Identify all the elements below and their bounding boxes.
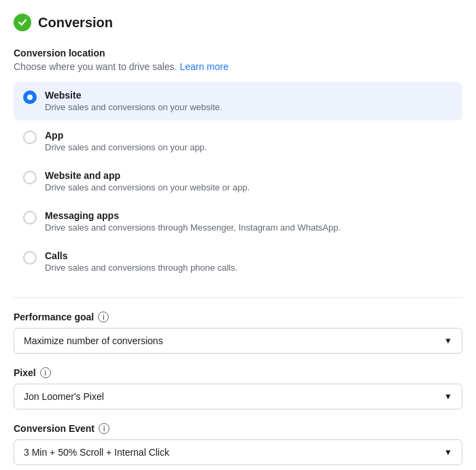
radio-button-app bbox=[23, 131, 37, 144]
performance-goal-label: Performance goal bbox=[14, 312, 94, 322]
conversion-event-arrow-icon: ▼ bbox=[444, 448, 452, 457]
radio-content-website-and-app: Website and app Drive sales and conversi… bbox=[45, 170, 250, 192]
radio-content-app: App Drive sales and conversions on your … bbox=[45, 130, 207, 152]
conversion-location-subtitle: Choose where you want to drive sales. Le… bbox=[14, 61, 462, 72]
conversion-event-section: Conversion Event i 3 Min + 50% Scroll + … bbox=[14, 423, 462, 465]
conversion-location-options: Website Drive sales and conversions on y… bbox=[14, 82, 462, 281]
radio-dot-website bbox=[27, 95, 33, 100]
pixel-label: Pixel bbox=[14, 367, 36, 378]
radio-option-messaging-apps[interactable]: Messaging apps Drive sales and conversio… bbox=[14, 202, 462, 241]
performance-goal-section: Performance goal i Maximize number of co… bbox=[14, 312, 462, 354]
performance-goal-label-row: Performance goal i bbox=[14, 312, 462, 322]
radio-desc-calls: Drive sales and conversions through phon… bbox=[45, 263, 237, 273]
radio-label-messaging-apps: Messaging apps bbox=[45, 210, 341, 221]
learn-more-link[interactable]: Learn more bbox=[180, 61, 228, 72]
radio-label-website-and-app: Website and app bbox=[45, 170, 250, 181]
radio-content-messaging-apps: Messaging apps Drive sales and conversio… bbox=[45, 210, 341, 233]
conversion-location-title: Conversion location bbox=[14, 48, 462, 58]
radio-desc-website: Drive sales and conversions on your webs… bbox=[45, 102, 222, 112]
radio-desc-messaging-apps: Drive sales and conversions through Mess… bbox=[45, 222, 341, 233]
pixel-arrow-icon: ▼ bbox=[444, 392, 452, 401]
radio-content-website: Website Drive sales and conversions on y… bbox=[45, 90, 222, 112]
radio-button-website bbox=[23, 90, 37, 104]
radio-label-calls: Calls bbox=[45, 250, 237, 261]
radio-desc-app: Drive sales and conversions on your app. bbox=[45, 142, 207, 152]
performance-goal-arrow-icon: ▼ bbox=[444, 336, 452, 346]
conversion-event-dropdown[interactable]: 3 Min + 50% Scroll + Internal Click ▼ bbox=[14, 439, 462, 465]
performance-goal-value: Maximize number of conversions bbox=[24, 335, 163, 346]
radio-button-messaging-apps bbox=[23, 211, 37, 224]
performance-goal-dropdown[interactable]: Maximize number of conversions ▼ bbox=[14, 328, 462, 354]
pixel-section: Pixel i Jon Loomer's Pixel ▼ bbox=[14, 367, 462, 409]
radio-button-calls bbox=[23, 251, 37, 265]
radio-content-calls: Calls Drive sales and conversions throug… bbox=[45, 250, 237, 273]
conversion-event-value: 3 Min + 50% Scroll + Internal Click bbox=[24, 447, 169, 458]
conversion-location-section: Conversion location Choose where you wan… bbox=[14, 48, 462, 281]
radio-option-website[interactable]: Website Drive sales and conversions on y… bbox=[14, 82, 462, 120]
pixel-value: Jon Loomer's Pixel bbox=[24, 391, 104, 402]
pixel-dropdown[interactable]: Jon Loomer's Pixel ▼ bbox=[14, 384, 462, 409]
conversion-event-label-row: Conversion Event i bbox=[14, 423, 462, 434]
check-circle-icon bbox=[14, 14, 31, 31]
pixel-info-icon[interactable]: i bbox=[40, 367, 51, 378]
radio-option-app[interactable]: App Drive sales and conversions on your … bbox=[14, 122, 462, 161]
performance-goal-info-icon[interactable]: i bbox=[98, 312, 109, 322]
page-header: Conversion bbox=[14, 14, 462, 31]
radio-option-website-and-app[interactable]: Website and app Drive sales and conversi… bbox=[14, 162, 462, 201]
radio-option-calls[interactable]: Calls Drive sales and conversions throug… bbox=[14, 242, 462, 281]
divider-1 bbox=[14, 297, 462, 298]
radio-button-website-and-app bbox=[23, 171, 37, 184]
page-title: Conversion bbox=[38, 15, 113, 31]
pixel-label-row: Pixel i bbox=[14, 367, 462, 378]
radio-label-website: Website bbox=[45, 90, 222, 101]
conversion-event-label: Conversion Event bbox=[14, 423, 95, 434]
radio-label-app: App bbox=[45, 130, 207, 141]
radio-desc-website-and-app: Drive sales and conversions on your webs… bbox=[45, 182, 250, 192]
conversion-event-info-icon[interactable]: i bbox=[99, 423, 109, 434]
